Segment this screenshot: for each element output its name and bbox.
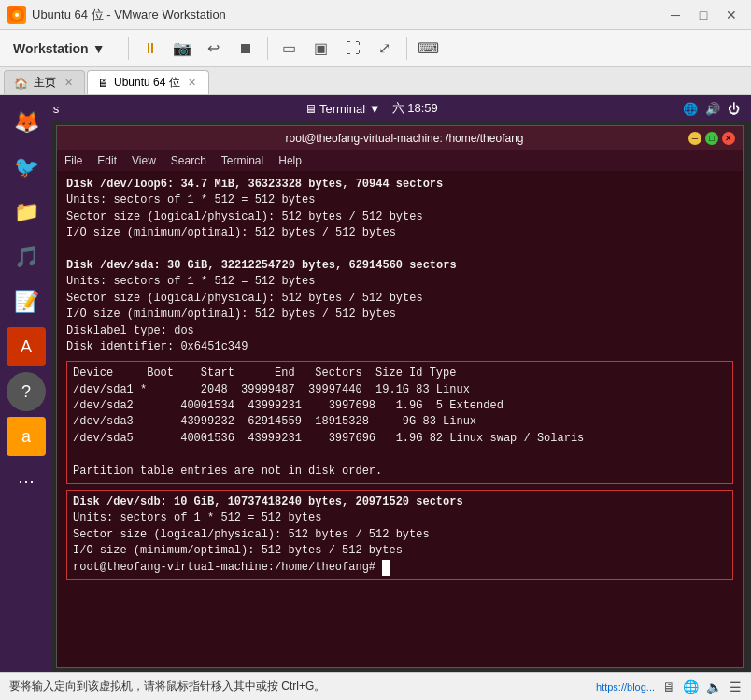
statusbar-menu-icon[interactable]: ☰ <box>730 679 742 694</box>
cursor-block <box>382 560 390 576</box>
maximize-button[interactable]: □ <box>691 6 716 24</box>
disk-loop6-line1: Disk /dev/loop6: 34.7 MiB, 36323328 byte… <box>66 177 733 193</box>
status-message: 要将输入定向到该虚拟机，请将鼠标指针移入其中或按 Ctrl+G。 <box>9 679 325 694</box>
sidebar-files[interactable]: 📁 <box>7 193 46 232</box>
spacer1 <box>66 242 733 258</box>
pause-button[interactable]: ⏸ <box>136 36 164 62</box>
menu-search[interactable]: Search <box>171 154 206 167</box>
view-unity-button[interactable]: ▣ <box>307 36 335 62</box>
minimize-button[interactable]: ─ <box>663 6 687 24</box>
partition-table: Device Boot Start End Sectors Size Id Ty… <box>66 361 733 484</box>
view-fullscreen-button[interactable]: ⛶ <box>339 36 367 62</box>
terminal-close-button[interactable]: ✕ <box>722 132 735 145</box>
disk-loop6-line4: I/O size (minimum/optimal): 512 bytes / … <box>66 225 733 241</box>
menu-view[interactable]: View <box>132 154 156 167</box>
partition-header: Device Boot Start End Sectors Size Id Ty… <box>73 365 727 381</box>
terminal-titlebar: root@theofang-virtual-machine: /home/the… <box>57 126 743 150</box>
app-icon <box>7 6 26 24</box>
disk-sda-line4: I/O size (minimum/optimal): 512 bytes / … <box>66 307 733 322</box>
terminal-menu-label[interactable]: 🖥 Terminal ▼ <box>305 102 381 116</box>
menu-terminal[interactable]: Terminal <box>221 154 263 167</box>
disk-loop6-line3: Sector size (logical/physical): 512 byte… <box>66 209 733 225</box>
disk-sda-line1: Disk /dev/sda: 30 GiB, 32212254720 bytes… <box>66 258 733 274</box>
workstation-menu[interactable]: Workstation ▼ <box>7 37 111 60</box>
sidebar-app1[interactable]: A <box>7 327 46 366</box>
disk-sdb-line1: Disk /dev/sdb: 10 GiB, 10737418240 bytes… <box>73 494 727 510</box>
terminal-maximize-button[interactable]: □ <box>705 132 718 145</box>
sidebar-firefox[interactable]: 🦊 <box>7 103 46 142</box>
tab-home[interactable]: 🏠 主页 ✕ <box>4 70 85 94</box>
brand-label: Workstation <box>13 41 89 56</box>
partition-sda1: /dev/sda1 * 2048 39999487 39997440 19.1G… <box>73 382 727 398</box>
view-snap-button[interactable]: ⤢ <box>371 36 399 62</box>
disk-sdb-line4: I/O size (minimum/optimal): 512 bytes / … <box>73 543 727 559</box>
tab-home-label: 主页 <box>34 75 56 91</box>
partition-sda3: /dev/sda3 43999232 62914559 18915328 9G … <box>73 414 727 430</box>
tabs-bar: 🏠 主页 ✕ 🖥 Ubuntu 64 位 ✕ <box>0 67 751 95</box>
close-button[interactable]: ✕ <box>719 6 744 24</box>
menu-edit[interactable]: Edit <box>97 154 117 167</box>
disk-sdb-line2: Units: sectors of 1 * 512 = 512 bytes <box>73 510 727 526</box>
statusbar-network-icon[interactable]: 🌐 <box>683 679 699 694</box>
toolbar-separator-3 <box>406 37 407 60</box>
terminal-minimize-button[interactable]: ─ <box>688 132 701 145</box>
window-title: Ubuntu 64 位 - VMware Workstation <box>32 7 663 23</box>
tab-home-close[interactable]: ✕ <box>62 77 75 90</box>
terminal-window: root@theofang-virtual-machine: /home/the… <box>56 125 744 668</box>
spacer2 <box>73 447 727 463</box>
tab-ubuntu-label: Ubuntu 64 位 <box>114 75 180 91</box>
view-normal-button[interactable]: ▭ <box>276 36 304 62</box>
tab-ubuntu-close[interactable]: ✕ <box>186 77 199 90</box>
vm-guest-area: Activities 🖥 Terminal ▼ 六 18:59 🌐 🔊 ⏻ ro… <box>0 95 751 672</box>
disk-sda-line3: Sector size (logical/physical): 512 byte… <box>66 291 733 307</box>
tab-ubuntu[interactable]: 🖥 Ubuntu 64 位 ✕ <box>87 70 209 94</box>
terminal-menu-bar: File Edit View Search Terminal Help <box>57 150 743 171</box>
sidebar-help[interactable]: ? <box>7 372 46 411</box>
disk-loop6-line2: Units: sectors of 1 * 512 = 512 bytes <box>66 193 733 208</box>
main-toolbar: Workstation ▼ ⏸ 📷 ↩ ⏹ ▭ ▣ ⛶ ⤢ ⌨ <box>0 30 751 67</box>
snapshot-button[interactable]: 📷 <box>168 36 196 62</box>
prompt-text: root@theofang-virtual-machine:/home/theo… <box>73 561 376 574</box>
ubuntu-topbar: Activities 🖥 Terminal ▼ 六 18:59 🌐 🔊 ⏻ <box>0 95 751 121</box>
home-icon: 🏠 <box>14 77 28 90</box>
revert-button[interactable]: ↩ <box>200 36 228 62</box>
brand-dropdown-icon: ▼ <box>92 41 106 56</box>
menu-help[interactable]: Help <box>278 154 302 167</box>
power-icon[interactable]: ⏻ <box>728 102 740 116</box>
terminal-window-controls: ─ □ ✕ <box>688 132 735 145</box>
sidebar-thunderbird[interactable]: 🐦 <box>7 148 46 187</box>
sound-icon[interactable]: 🔊 <box>705 102 720 116</box>
suspend-button[interactable]: ⏹ <box>232 36 260 62</box>
terminal-content[interactable]: Disk /dev/loop6: 34.7 MiB, 36323328 byte… <box>57 171 743 667</box>
disk-sda-line6: Disk identifier: 0x6451c349 <box>66 339 733 355</box>
ubuntu-center-bar: 🖥 Terminal ▼ 六 18:59 <box>305 100 438 117</box>
sidebar-apps-grid[interactable]: ⋯ <box>7 462 46 501</box>
svg-point-2 <box>15 13 19 17</box>
partition-footer: Partition table entries are not in disk … <box>73 464 727 479</box>
window-controls: ─ □ ✕ <box>663 6 744 24</box>
ubuntu-right-bar: 🌐 🔊 ⏻ <box>683 102 740 116</box>
statusbar-icons: https://blog... 🖥 🌐 🔈 ☰ <box>596 679 742 694</box>
toolbar-separator <box>128 37 129 60</box>
partition-sda2: /dev/sda2 40001534 43999231 3997698 1.9G… <box>73 398 727 414</box>
statusbar-sound-icon[interactable]: 🔈 <box>706 679 722 694</box>
statusbar-vm-icon[interactable]: 🖥 <box>662 679 675 694</box>
disk-sdb-box: Disk /dev/sdb: 10 GiB, 10737418240 bytes… <box>66 490 733 580</box>
ubuntu-sidebar: 🦊 🐦 📁 🎵 📝 A ? a ⋯ <box>0 95 52 672</box>
disk-sda-line2: Units: sectors of 1 * 512 = 512 bytes <box>66 274 733 290</box>
disk-sdb-line3: Sector size (logical/physical): 512 byte… <box>73 527 727 543</box>
sidebar-amazon[interactable]: a <box>7 417 46 456</box>
terminal-prompt: root@theofang-virtual-machine:/home/theo… <box>73 560 727 576</box>
menu-file[interactable]: File <box>64 154 82 167</box>
vm-icon: 🖥 <box>97 77 108 90</box>
partition-sda5: /dev/sda5 40001536 43999231 3997696 1.9G… <box>73 431 727 447</box>
send-ctrlaltdel-button[interactable]: ⌨ <box>415 36 443 62</box>
sidebar-rhythmbox[interactable]: 🎵 <box>7 237 46 277</box>
network-icon[interactable]: 🌐 <box>683 102 698 116</box>
terminal-title: root@theofang-virtual-machine: /home/the… <box>120 132 688 145</box>
sidebar-libreoffice[interactable]: 📝 <box>7 282 46 321</box>
statusbar-url: https://blog... <box>596 681 655 693</box>
clock: 六 18:59 <box>392 100 438 117</box>
title-bar: Ubuntu 64 位 - VMware Workstation ─ □ ✕ <box>0 0 751 30</box>
status-bar: 要将输入定向到该虚拟机，请将鼠标指针移入其中或按 Ctrl+G。 https:/… <box>0 672 751 700</box>
